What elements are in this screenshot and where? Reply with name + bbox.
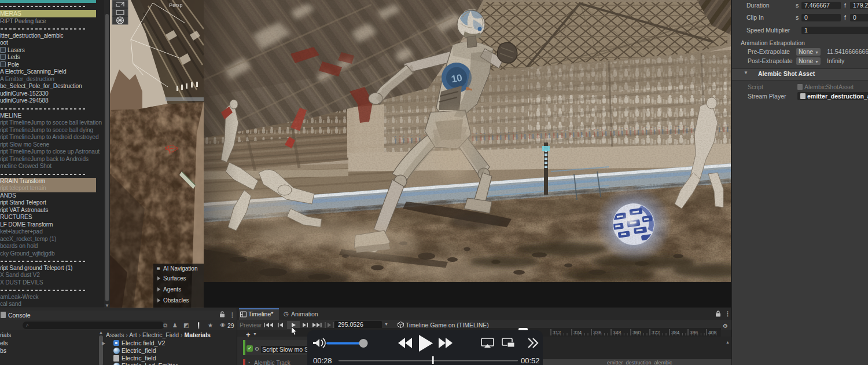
svg-text:≡: ≡ xyxy=(157,265,160,272)
svg-text:Persp: Persp xyxy=(169,2,183,8)
svg-text:00:52: 00:52 xyxy=(521,356,540,365)
svg-text:Agents: Agents xyxy=(163,286,181,293)
svg-text:Surfaces: Surfaces xyxy=(163,275,186,282)
svg-text:AI Navigation: AI Navigation xyxy=(163,265,197,272)
svg-text:00:28: 00:28 xyxy=(313,356,332,365)
svg-text:Obstacles: Obstacles xyxy=(163,297,189,304)
